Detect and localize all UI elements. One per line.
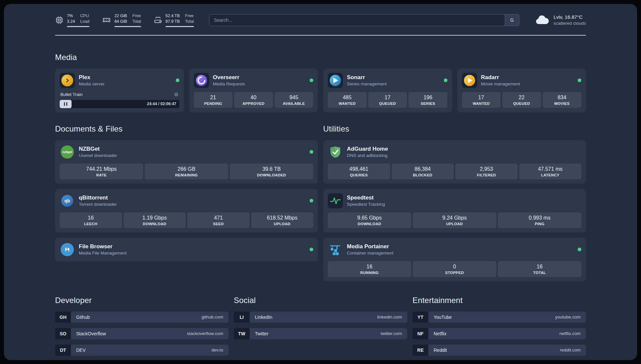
screen: 7% 3.24 CPU Load <box>0 0 641 364</box>
overseerr-icon <box>194 73 209 88</box>
app-card-overseerr[interactable]: Overseerr Media Requests 21 PENDING 40 A… <box>189 69 318 112</box>
cpu-value-load: 3.24 <box>67 19 75 24</box>
app-card-sonarr[interactable]: Sonarr Series management 485 WANTED 17 Q… <box>323 69 452 112</box>
stat-download: 1.19 Gbps DOWNLOAD <box>124 212 186 228</box>
bookmark-abbr: NF <box>412 328 428 339</box>
stat-blocked: 86,384 BLOCKED <box>392 164 454 179</box>
stat-label: WANTED <box>463 102 500 106</box>
status-dot <box>310 199 313 202</box>
ram-label-free: Free <box>132 13 141 19</box>
bookmark-name: DEV <box>76 348 86 353</box>
stat-label: DOWNLOADED <box>231 173 312 177</box>
stat-value: 21 <box>195 95 231 101</box>
stat-value: 16 <box>499 264 580 270</box>
cpu-value-percent: 7% <box>67 13 75 19</box>
app-card-filebrowser[interactable]: File Browser Media File Management <box>55 238 318 261</box>
app-description: Series management <box>347 81 387 87</box>
bookmark-linkedin[interactable]: LI LinkedIn linkedin.com <box>234 312 407 323</box>
stat-wanted: 17 WANTED <box>462 92 501 108</box>
stat-label: QUERIES <box>329 173 389 177</box>
disk-total-value: 97.9 TB <box>166 19 180 24</box>
bookmark-name: YouTube <box>434 315 452 320</box>
ram-total-value: 64 GiB <box>114 19 127 24</box>
bookmark-abbr: TW <box>234 328 250 339</box>
bookmark-abbr: LI <box>234 312 250 323</box>
search-engine-button[interactable]: G <box>505 14 519 26</box>
stat-total: 16 TOTAL <box>498 261 581 277</box>
app-description: Movie management <box>481 81 520 87</box>
app-name: Sonarr <box>347 74 387 81</box>
bookmark-abbr: GH <box>55 312 71 323</box>
bookmark-twitter[interactable]: TW Twitter twitter.com <box>234 328 407 339</box>
stat-value: 16 <box>329 264 410 270</box>
player-settings-icon[interactable]: ⚙ <box>174 92 178 98</box>
stat-label: QUEUED <box>370 102 406 106</box>
app-card-speedtest[interactable]: Speedtest Speedtest Tracking 9.65 Gbps D… <box>323 189 586 232</box>
stat-pending: 21 PENDING <box>194 92 233 108</box>
bookmark-dev[interactable]: DT DEV dev.to <box>55 345 229 356</box>
cpu-widget: 7% 3.24 CPU Load <box>55 13 89 27</box>
disk-free-value: 52.4 TB <box>166 13 180 19</box>
app-description: DNS and adblocking <box>347 153 388 159</box>
stat-value: 471 <box>189 215 248 221</box>
plex-icon <box>60 73 75 88</box>
playback-progress-bar[interactable]: 24:44 / 02:06:47 <box>60 100 179 108</box>
stat-label: REMAINING <box>146 173 227 177</box>
stat-rate: 744.21 Mbps RATE <box>60 164 143 179</box>
stat-value: 17 <box>463 95 500 101</box>
speedtest-icon <box>328 193 343 208</box>
bookmark-stackoverflow[interactable]: SO StackOverflow stackoverflow.com <box>55 328 229 339</box>
app-description: Media server <box>79 81 105 87</box>
status-dot <box>310 248 313 251</box>
bookmark-reddit[interactable]: RE Reddit reddit.com <box>412 345 586 356</box>
bookmark-netflix[interactable]: NF Netflix netflix.com <box>412 328 586 339</box>
stat-label: DOWNLOAD <box>329 222 410 226</box>
app-name: File Browser <box>79 243 127 250</box>
stat-label: SERIES <box>410 102 446 106</box>
bookmark-youtube[interactable]: YT YouTube youtube.com <box>412 312 586 323</box>
app-name: NZBGet <box>79 145 117 153</box>
search-input[interactable] <box>209 14 519 26</box>
stat-value: 9.65 Gbps <box>329 215 410 221</box>
app-name: Radarr <box>481 74 520 81</box>
app-card-adguard[interactable]: AdGuard Home DNS and adblocking 498,461 … <box>323 140 586 184</box>
app-card-portainer[interactable]: Media Portainer Container management 16 … <box>323 238 586 281</box>
stat-value: 618.52 Mbps <box>253 215 312 221</box>
stat-running: 16 RUNNING <box>328 261 411 277</box>
stat-label: APPROVED <box>235 102 272 106</box>
app-card-plex[interactable]: Plex Media server Bullet Train ⚙ 24:44 /… <box>55 69 184 112</box>
app-description: Speedtest Tracking <box>347 201 385 207</box>
stat-value: 945 <box>276 95 312 101</box>
app-description: Media Requests <box>213 81 245 87</box>
app-card-nzbget[interactable]: nzbget NZBGet Usenet downloader 744.21 M… <box>55 140 318 184</box>
bookmark-domain: twitter.com <box>381 331 402 336</box>
stat-latency: 47.571 ms LATENCY <box>519 164 582 179</box>
bookmark-github[interactable]: GH Github github.com <box>55 312 229 323</box>
bookmark-abbr: YT <box>412 312 428 323</box>
bookmark-group-developer: Developer GH Github github.com SO StackO… <box>55 296 229 356</box>
app-name: Speedtest <box>347 194 385 201</box>
app-description: Container management <box>347 250 393 256</box>
media-section: Plex Media server Bullet Train ⚙ 24:44 /… <box>55 69 586 112</box>
utilities-section: Utilities AdGuard Home DNS and adblockin… <box>323 112 586 281</box>
plex-now-playing-widget: Bullet Train ⚙ 24:44 / 02:06:47 <box>60 92 179 108</box>
topbar-divider <box>55 35 586 36</box>
cpu-label-2: Load <box>80 19 89 24</box>
cpu-meter-bar <box>67 26 89 27</box>
bookmarks-section: Developer GH Github github.com SO StackO… <box>55 296 586 356</box>
app-card-radarr[interactable]: Radarr Movie management 17 WANTED 22 QUE… <box>457 69 586 112</box>
stat-label: LATENCY <box>521 173 580 177</box>
stat-label: AVAILABLE <box>276 102 312 106</box>
stat-value: 485 <box>329 95 365 101</box>
stat-value: 86,384 <box>393 166 453 172</box>
disk-widget: 52.4 TB 97.9 TB Free Total <box>154 13 194 27</box>
stat-value: 39.6 TB <box>231 166 312 172</box>
bookmark-name: Twitter <box>255 331 268 336</box>
stat-label: BLOCKED <box>393 173 453 177</box>
pause-button[interactable] <box>60 100 72 108</box>
app-card-qbittorrent[interactable]: qb qBittorrent Torrent downloader 16 LEE… <box>55 189 318 232</box>
ram-icon <box>102 16 111 24</box>
dashboard: 7% 3.24 CPU Load <box>4 4 637 360</box>
bookmark-group-social: Social LI LinkedIn linkedin.com TW Twitt… <box>234 296 407 356</box>
bookmark-name: StackOverflow <box>76 331 106 336</box>
